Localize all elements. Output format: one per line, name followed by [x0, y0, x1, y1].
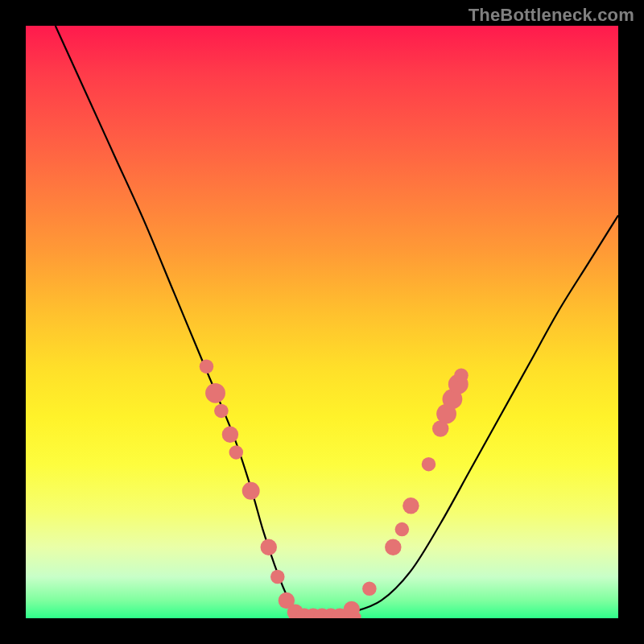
chart-marker — [261, 539, 277, 555]
chart-marker — [362, 581, 377, 596]
chart-marker — [229, 445, 244, 460]
watermark-text: TheBottleneck.com — [469, 5, 634, 26]
chart-marker — [222, 427, 238, 443]
chart-svg — [26, 26, 618, 618]
chart-markers — [200, 359, 469, 618]
chart-marker — [422, 457, 436, 472]
chart-marker — [402, 497, 419, 514]
bottleneck-curve — [56, 26, 618, 618]
chart-marker — [270, 570, 285, 584]
chart-marker — [454, 368, 469, 382]
chart-marker — [344, 601, 360, 617]
chart-marker — [214, 404, 229, 419]
chart-marker — [205, 383, 225, 403]
chart-marker — [200, 359, 214, 374]
chart-plot-area — [26, 26, 618, 618]
chart-frame: TheBottleneck.com — [0, 0, 644, 644]
chart-marker — [395, 522, 410, 537]
chart-marker — [242, 482, 260, 500]
chart-marker — [385, 539, 401, 555]
